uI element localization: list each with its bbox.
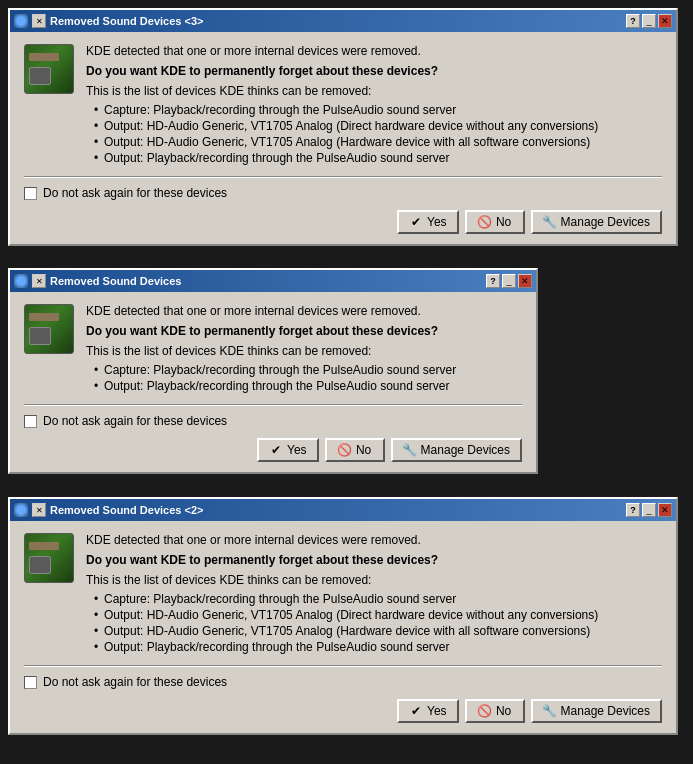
dialog-content-1: KDE detected that one or more internal d… [10,32,676,244]
manage-devices-button-1[interactable]: 🔧 Manage Devices [531,210,662,234]
message-area-3: KDE detected that one or more internal d… [24,533,662,655]
device-item: Capture: Playback/recording through the … [94,362,522,378]
close-button-1[interactable]: ✕ [658,14,672,28]
checkbox-row-2: Do not ask again for these devices [24,414,522,428]
device-item: Output: Playback/recording through the P… [94,150,662,166]
yes-button-1[interactable]: ✔ Yes [397,210,459,234]
titlebar-close-small-3[interactable]: ✕ [32,503,46,517]
yes-button-3[interactable]: ✔ Yes [397,699,459,723]
close-button-2[interactable]: ✕ [518,274,532,288]
yes-icon-3: ✔ [409,704,423,718]
separator-1 [24,176,662,178]
manage-icon-1: 🔧 [543,215,557,229]
device-item: Output: HD-Audio Generic, VT1705 Analog … [94,118,662,134]
titlebar-buttons-1: ? _ ✕ [626,14,672,28]
help-button-2[interactable]: ? [486,274,500,288]
sound-card-image-2 [24,304,74,354]
detection-text-2: KDE detected that one or more internal d… [86,304,522,318]
minimize-button-2[interactable]: _ [502,274,516,288]
detection-text-1: KDE detected that one or more internal d… [86,44,662,58]
do-not-ask-label-1: Do not ask again for these devices [43,186,227,200]
minimize-button-3[interactable]: _ [642,503,656,517]
no-icon-2: 🚫 [338,443,352,457]
titlebar-close-small-2[interactable]: ✕ [32,274,46,288]
checkbox-row-3: Do not ask again for these devices [24,675,662,689]
titlebar-buttons-2: ? _ ✕ [486,274,532,288]
dialog-removed-sound-devices: ✕ Removed Sound Devices ? _ ✕ KDE detect… [8,268,538,474]
checkbox-row-1: Do not ask again for these devices [24,186,662,200]
dialog-removed-sound-devices-3: ✕ Removed Sound Devices <3> ? _ ✕ KDE de… [8,8,678,246]
device-item: Output: HD-Audio Generic, VT1705 Analog … [94,134,662,150]
button-row-2: ✔ Yes 🚫 No 🔧 Manage Devices [24,438,522,462]
device-item: Capture: Playback/recording through the … [94,102,662,118]
device-list-2: Capture: Playback/recording through the … [94,362,522,394]
do-not-ask-checkbox-2[interactable] [24,415,37,428]
do-not-ask-checkbox-3[interactable] [24,676,37,689]
sound-card-image-3 [24,533,74,583]
sound-card-icon-2 [24,304,74,354]
do-not-ask-checkbox-1[interactable] [24,187,37,200]
device-item: Output: HD-Audio Generic, VT1705 Analog … [94,607,662,623]
device-list-3: Capture: Playback/recording through the … [94,591,662,655]
list-header-3: This is the list of devices KDE thinks c… [86,573,662,587]
message-area-2: KDE detected that one or more internal d… [24,304,522,394]
no-button-1[interactable]: 🚫 No [465,210,525,234]
question-text-2: Do you want KDE to permanently forget ab… [86,324,522,338]
manage-icon-2: 🔧 [403,443,417,457]
device-list-1: Capture: Playback/recording through the … [94,102,662,166]
no-icon-3: 🚫 [478,704,492,718]
sound-card-icon-3 [24,533,74,583]
yes-icon-1: ✔ [409,215,423,229]
yes-icon-2: ✔ [269,443,283,457]
message-text-3: KDE detected that one or more internal d… [86,533,662,655]
titlebar-title-2: Removed Sound Devices [50,275,482,287]
question-text-1: Do you want KDE to permanently forget ab… [86,64,662,78]
list-header-2: This is the list of devices KDE thinks c… [86,344,522,358]
no-icon-1: 🚫 [478,215,492,229]
help-button-3[interactable]: ? [626,503,640,517]
dialog-content-2: KDE detected that one or more internal d… [10,292,536,472]
sound-card-icon-1 [24,44,74,94]
titlebar-2: ✕ Removed Sound Devices ? _ ✕ [10,270,536,292]
titlebar-1: ✕ Removed Sound Devices <3> ? _ ✕ [10,10,676,32]
do-not-ask-label-2: Do not ask again for these devices [43,414,227,428]
button-row-1: ✔ Yes 🚫 No 🔧 Manage Devices [24,210,662,234]
sound-card-image-1 [24,44,74,94]
dialog-content-3: KDE detected that one or more internal d… [10,521,676,733]
message-area-1: KDE detected that one or more internal d… [24,44,662,166]
list-header-1: This is the list of devices KDE thinks c… [86,84,662,98]
titlebar-title-1: Removed Sound Devices <3> [50,15,622,27]
kde-icon-1 [14,14,28,28]
kde-icon-2 [14,274,28,288]
titlebar-close-small-1[interactable]: ✕ [32,14,46,28]
kde-icon-3 [14,503,28,517]
no-button-2[interactable]: 🚫 No [325,438,385,462]
manage-devices-button-3[interactable]: 🔧 Manage Devices [531,699,662,723]
separator-2 [24,404,522,406]
message-text-1: KDE detected that one or more internal d… [86,44,662,166]
close-button-3[interactable]: ✕ [658,503,672,517]
no-button-3[interactable]: 🚫 No [465,699,525,723]
dialog-removed-sound-devices-2: ✕ Removed Sound Devices <2> ? _ ✕ KDE de… [8,497,678,735]
do-not-ask-label-3: Do not ask again for these devices [43,675,227,689]
titlebar-buttons-3: ? _ ✕ [626,503,672,517]
detection-text-3: KDE detected that one or more internal d… [86,533,662,547]
minimize-button-1[interactable]: _ [642,14,656,28]
device-item: Output: Playback/recording through the P… [94,378,522,394]
message-text-2: KDE detected that one or more internal d… [86,304,522,394]
button-row-3: ✔ Yes 🚫 No 🔧 Manage Devices [24,699,662,723]
yes-button-2[interactable]: ✔ Yes [257,438,319,462]
manage-icon-3: 🔧 [543,704,557,718]
help-button-1[interactable]: ? [626,14,640,28]
device-item: Capture: Playback/recording through the … [94,591,662,607]
device-item: Output: HD-Audio Generic, VT1705 Analog … [94,623,662,639]
manage-devices-button-2[interactable]: 🔧 Manage Devices [391,438,522,462]
question-text-3: Do you want KDE to permanently forget ab… [86,553,662,567]
titlebar-3: ✕ Removed Sound Devices <2> ? _ ✕ [10,499,676,521]
separator-3 [24,665,662,667]
titlebar-title-3: Removed Sound Devices <2> [50,504,622,516]
device-item: Output: Playback/recording through the P… [94,639,662,655]
